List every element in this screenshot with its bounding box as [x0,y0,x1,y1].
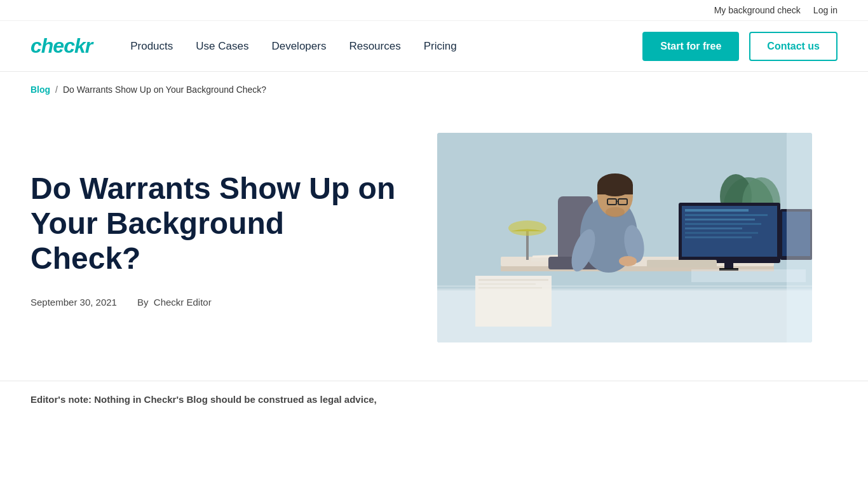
editor-note-text: Nothing in Checkr's Blog should be const… [94,394,377,405]
breadcrumb: Blog / Do Warrants Show Up on Your Backg… [0,72,868,107]
svg-rect-16 [685,219,755,220]
svg-rect-14 [685,209,749,212]
main-navbar: checkr Products Use Cases Developers Res… [0,21,868,72]
svg-point-44 [508,220,546,236]
svg-rect-50 [478,283,536,285]
svg-rect-18 [685,227,742,229]
utility-bar: My background check Log in [0,0,868,21]
article-author: By Checkr Editor [137,297,212,308]
svg-rect-13 [682,206,777,257]
hero-image [437,133,812,342]
svg-rect-25 [647,260,717,268]
svg-rect-17 [685,223,761,225]
breadcrumb-blog-link[interactable]: Blog [31,85,50,95]
breadcrumb-separator: / [55,85,58,95]
svg-rect-51 [478,287,542,288]
start-for-free-button[interactable]: Start for free [642,32,739,61]
hero-section: Do Warrants Show Up on Your Background C… [0,107,868,381]
svg-rect-15 [685,214,768,216]
svg-rect-32 [590,209,628,260]
article-meta: September 30, 2021 By Checkr Editor [31,297,399,308]
contact-us-button[interactable]: Contact us [749,32,837,61]
svg-rect-20 [685,236,752,238]
article-date: September 30, 2021 [31,297,117,308]
nav-use-cases[interactable]: Use Cases [196,40,248,53]
svg-rect-38 [597,185,633,194]
svg-point-35 [619,256,637,266]
hero-image-svg [437,133,812,342]
nav-developers[interactable]: Developers [271,40,326,53]
nav-links: Products Use Cases Developers Resources … [130,40,642,53]
logo[interactable]: checkr [31,34,92,58]
svg-rect-45 [787,133,812,342]
svg-rect-46 [691,269,806,282]
nav-pricing[interactable]: Pricing [424,40,457,53]
my-background-check-link[interactable]: My background check [714,5,801,15]
hero-content: Do Warrants Show Up on Your Background C… [31,133,399,308]
editor-note-label: Editor's note: [31,394,92,405]
breadcrumb-current-page: Do Warrants Show Up on Your Background C… [63,85,266,95]
svg-rect-19 [685,232,758,234]
article-title: Do Warrants Show Up on Your Background C… [31,171,399,276]
svg-rect-49 [478,279,548,281]
editor-note: Editor's note: Nothing in Checkr's Blog … [31,394,837,405]
nav-resources[interactable]: Resources [349,40,400,53]
nav-actions: Start for free Contact us [642,32,837,61]
hero-image-placeholder [437,133,812,342]
nav-products[interactable]: Products [130,40,173,53]
svg-point-42 [606,207,625,217]
login-link[interactable]: Log in [813,5,837,15]
bottom-section: Editor's note: Nothing in Checkr's Blog … [0,381,868,417]
